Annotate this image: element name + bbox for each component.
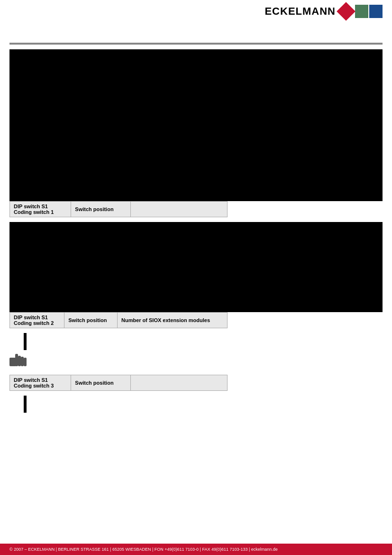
table-row: DIP switch S1 Coding switch 2 Switch pos… xyxy=(10,313,228,328)
table-cell-switch-position-3: Switch position xyxy=(71,375,130,391)
table-row: DIP switch S1 Coding switch 1 Switch pos… xyxy=(10,202,228,217)
logo-diamond-icon xyxy=(337,2,356,21)
table-cell-value-1 xyxy=(130,202,227,217)
figure-block-2 xyxy=(9,222,383,312)
table-row: DIP switch S1 Coding switch 3 Switch pos… xyxy=(10,375,228,391)
table-cell-value-3 xyxy=(130,375,227,391)
table-coding-switch-3: DIP switch S1 Coding switch 3 Switch pos… xyxy=(9,375,228,391)
table-cell-siox-label: Number of SIOX extension modules xyxy=(117,313,227,328)
svg-rect-2 xyxy=(18,356,21,366)
note-area xyxy=(9,354,383,371)
logo-text: ECKELMANN xyxy=(264,5,336,18)
hand-note-icon xyxy=(9,354,29,371)
logo-square-green-icon xyxy=(355,5,368,18)
svg-rect-0 xyxy=(9,358,16,366)
logo-square-blue-icon xyxy=(369,5,383,18)
table-cell-switch-name-1: DIP switch S1 Coding switch 1 xyxy=(10,202,71,217)
svg-rect-4 xyxy=(24,358,27,366)
table-cell-switch-name-2: DIP switch S1 Coding switch 2 xyxy=(10,313,64,328)
vertical-bar-icon xyxy=(24,333,27,350)
table-cell-switch-position-1: Switch position xyxy=(71,202,130,217)
logo: ECKELMANN xyxy=(264,5,383,18)
svg-rect-3 xyxy=(21,357,24,366)
figure-block-1 xyxy=(9,49,383,201)
footer-text: © 2007 – ECKELMANN | BERLINER STRASSE 16… xyxy=(9,547,278,552)
page-footer: © 2007 – ECKELMANN | BERLINER STRASSE 16… xyxy=(0,544,392,555)
main-content: DIP switch S1 Coding switch 1 Switch pos… xyxy=(0,45,392,420)
page-header: ECKELMANN xyxy=(0,0,392,43)
table-cell-switch-name-3: DIP switch S1 Coding switch 3 xyxy=(10,375,71,391)
table-cell-switch-position-2: Switch position xyxy=(64,313,118,328)
table-coding-switch-2: DIP switch S1 Coding switch 2 Switch pos… xyxy=(9,312,228,328)
table-coding-switch-1: DIP switch S1 Coding switch 1 Switch pos… xyxy=(9,201,228,217)
svg-rect-1 xyxy=(15,354,18,366)
vertical-bar-icon-2 xyxy=(24,396,27,413)
